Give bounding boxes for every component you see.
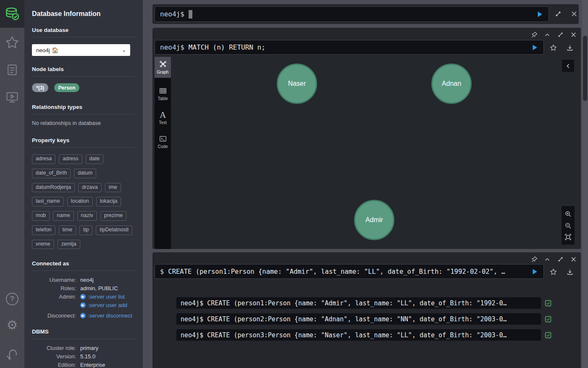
property-key-chip[interactable]: name bbox=[53, 211, 74, 221]
favorite-query-icon[interactable] bbox=[550, 268, 557, 275]
tab-code[interactable]: Code bbox=[155, 131, 171, 152]
divider bbox=[32, 147, 135, 148]
all-nodes-badge[interactable]: *(3) bbox=[32, 83, 48, 92]
success-check-icon bbox=[545, 300, 551, 307]
pin-frame-icon[interactable] bbox=[531, 256, 538, 262]
open-detail-panel-button[interactable] bbox=[562, 60, 574, 72]
download-result-icon[interactable] bbox=[567, 269, 573, 275]
fullscreen-frame-icon[interactable] bbox=[557, 32, 564, 38]
sync-icon[interactable] bbox=[0, 347, 24, 361]
property-key-chip[interactable]: lokacija bbox=[96, 197, 121, 207]
graph-node-admir[interactable]: Admir bbox=[354, 200, 394, 240]
server-user-list-link[interactable]: ▶ :server user list bbox=[80, 294, 135, 300]
rerun-query-button[interactable] bbox=[531, 268, 538, 275]
text-a-icon: A bbox=[160, 111, 166, 119]
main-scrollbar-thumb[interactable] bbox=[583, 36, 587, 101]
connected-as-rows: Username: neo4j Roles: admin, PUBLIC Adm… bbox=[32, 277, 135, 321]
server-user-add-link[interactable]: ▶ :server user add bbox=[80, 302, 135, 308]
admin-label: Admin: bbox=[32, 294, 76, 310]
graph-node-adnan[interactable]: Adnan bbox=[431, 64, 472, 104]
pin-frame-icon[interactable] bbox=[531, 32, 538, 38]
property-key-chip[interactable]: datum bbox=[74, 169, 96, 178]
graph-canvas[interactable]: Naser Adnan Admir bbox=[171, 57, 581, 249]
neo4j-browser: ? ⚙ Database Information Use da bbox=[0, 0, 588, 368]
collapse-frame-icon[interactable] bbox=[544, 257, 550, 262]
run-command-icon: ▶ bbox=[80, 294, 86, 299]
graph-node-naser[interactable]: Naser bbox=[277, 64, 317, 104]
property-key-chip[interactable]: vreme bbox=[32, 240, 54, 249]
property-key-chip[interactable]: tipDelatnosti bbox=[96, 225, 132, 235]
database-select[interactable]: neo4j 🏠 ⌄ bbox=[32, 44, 130, 56]
main-area: neo4j$ bbox=[143, 0, 588, 368]
selected-database: neo4j 🏠 bbox=[36, 47, 59, 53]
close-command-bar-icon[interactable] bbox=[571, 11, 578, 17]
create-result-row[interactable]: neo4j$ CREATE (person1:Person {name: "Ad… bbox=[176, 297, 541, 309]
query-prompt: $ bbox=[160, 268, 164, 275]
zoom-in-icon[interactable] bbox=[564, 210, 572, 217]
create-result-row[interactable]: neo4j$ CREATE (person2:Person {name: "Ad… bbox=[176, 313, 541, 325]
favorite-query-icon[interactable] bbox=[550, 44, 557, 51]
property-key-chip[interactable]: ime bbox=[105, 183, 121, 193]
download-result-icon[interactable] bbox=[567, 45, 573, 51]
username-label: Username: bbox=[32, 277, 76, 283]
help-icon[interactable]: ? bbox=[0, 293, 24, 305]
property-key-chip[interactable]: adress bbox=[59, 154, 82, 164]
tab-graph[interactable]: Graph bbox=[155, 57, 171, 78]
run-command-icon: ▶ bbox=[80, 313, 86, 318]
tab-table[interactable]: Table bbox=[155, 83, 171, 104]
fit-to-screen-icon[interactable] bbox=[564, 233, 572, 241]
create-result-frame: $ CREATE (person1:Person {name: "Admir",… bbox=[152, 252, 581, 368]
property-key-chip[interactable]: mob bbox=[32, 211, 50, 221]
divider bbox=[32, 76, 135, 77]
success-check-icon bbox=[545, 316, 551, 323]
divider bbox=[32, 339, 135, 339]
close-frame-icon[interactable] bbox=[570, 256, 577, 262]
fullscreen-frame-icon[interactable] bbox=[557, 256, 564, 262]
guides-icon[interactable] bbox=[0, 90, 24, 104]
documents-icon[interactable] bbox=[0, 63, 24, 77]
version-value: 5.15.0 bbox=[80, 353, 135, 360]
match-query-editor[interactable]: neo4j$ MATCH (n) RETURN n; bbox=[155, 40, 544, 55]
use-database-heading: Use database bbox=[32, 27, 135, 33]
command-bar-frame: neo4j$ bbox=[152, 4, 579, 24]
property-key-chip[interactable]: date_of_Birth bbox=[32, 169, 71, 178]
dbms-rows: Cluster role: primary Version: 5.15.0 Ed… bbox=[32, 345, 135, 368]
tab-text[interactable]: A Text bbox=[155, 107, 171, 128]
create-query-editor[interactable]: $ CREATE (person1:Person {name: "Admir",… bbox=[155, 264, 544, 279]
cypher-command-input[interactable]: neo4j$ bbox=[155, 6, 549, 22]
property-keys-list: adresa adress date date_of_Birth datum d… bbox=[32, 154, 133, 249]
expand-editor-icon[interactable] bbox=[555, 11, 562, 17]
property-key-chip[interactable]: tip bbox=[79, 225, 92, 235]
property-key-chip[interactable]: prezime bbox=[100, 211, 126, 221]
graph-result-frame: neo4j$ MATCH (n) RETURN n; bbox=[152, 28, 581, 249]
property-key-chip[interactable]: time bbox=[59, 225, 76, 235]
divider bbox=[32, 114, 135, 114]
person-label-badge[interactable]: Person bbox=[54, 83, 80, 92]
divider bbox=[32, 37, 135, 37]
property-key-chip[interactable]: last_name bbox=[32, 197, 64, 207]
edition-label: Edition: bbox=[32, 362, 76, 368]
property-key-chip[interactable]: adresa bbox=[32, 154, 55, 164]
property-key-chip[interactable]: date bbox=[86, 154, 103, 164]
neo4j-database-logo[interactable] bbox=[0, 0, 24, 28]
server-disconnect-link[interactable]: ▶ :server disconnect bbox=[80, 312, 135, 319]
favorites-icon[interactable] bbox=[0, 35, 24, 50]
property-key-chip[interactable]: zemlja bbox=[58, 240, 80, 249]
property-key-chip[interactable]: naziv bbox=[77, 211, 97, 221]
close-frame-icon[interactable] bbox=[570, 32, 577, 38]
run-query-button[interactable] bbox=[536, 11, 543, 18]
query-prompt: neo4j$ bbox=[160, 43, 184, 51]
main-scrollbar[interactable] bbox=[582, 0, 588, 368]
property-key-chip[interactable]: telefon bbox=[32, 225, 55, 235]
property-key-chip[interactable]: location bbox=[67, 197, 93, 207]
text-cursor bbox=[189, 10, 192, 19]
rerun-query-button[interactable] bbox=[531, 44, 538, 51]
zoom-out-icon[interactable] bbox=[564, 222, 572, 229]
collapse-frame-icon[interactable] bbox=[544, 32, 550, 38]
create-result-row[interactable]: neo4j$ CREATE (person3:Person {name: "Na… bbox=[176, 329, 541, 341]
property-key-chip[interactable]: drzava bbox=[78, 183, 102, 193]
property-key-chip[interactable]: datumRodjenja bbox=[32, 183, 75, 193]
panel-title: Database Information bbox=[32, 10, 135, 18]
divider bbox=[32, 270, 135, 271]
settings-gear-icon[interactable]: ⚙ bbox=[0, 319, 24, 331]
